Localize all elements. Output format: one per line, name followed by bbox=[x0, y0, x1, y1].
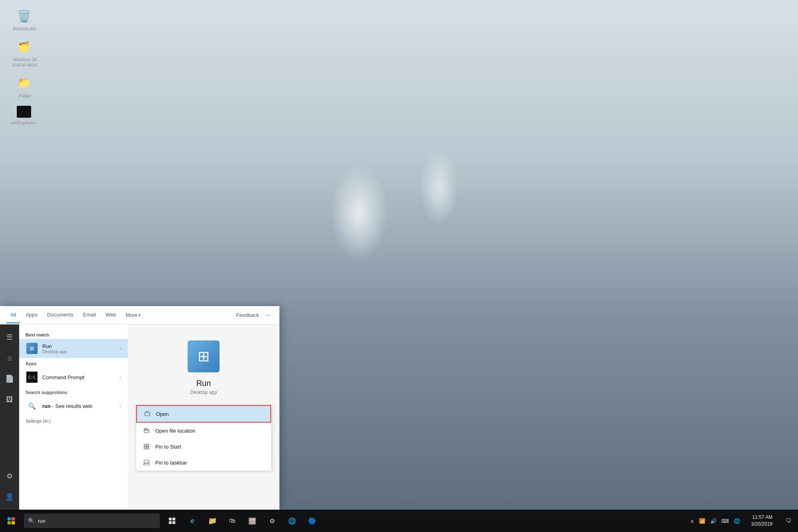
context-menu: Open Open file location bbox=[136, 405, 271, 471]
tab-feedback[interactable]: Feedback bbox=[232, 307, 263, 323]
cmd-title: Command Prompt bbox=[42, 374, 119, 380]
open-file-location-icon bbox=[143, 427, 150, 435]
settings-button[interactable]: ⚙ bbox=[263, 510, 282, 532]
tab-email[interactable]: Email bbox=[79, 307, 100, 323]
more-options-icon[interactable]: ··· bbox=[263, 312, 273, 319]
svg-rect-2 bbox=[144, 444, 146, 446]
windows-store-button[interactable]: 🪟 bbox=[243, 510, 262, 532]
run-app-icon: ⊞ bbox=[26, 342, 38, 355]
sidebar-home[interactable]: ⌂ bbox=[0, 348, 19, 368]
open-label: Open bbox=[156, 411, 169, 417]
chevron-down-icon: ▾ bbox=[139, 313, 141, 317]
result-run-web[interactable]: 🔍 run - See results web › bbox=[19, 396, 128, 415]
search-content: ☰ ⌂ 📄 🖼 ⚙ 👤 Best match ⊞ bbox=[0, 324, 279, 510]
results-list: Best match ⊞ Run Desktop app › Apps bbox=[19, 324, 128, 510]
folder-label: Folder bbox=[18, 93, 30, 98]
sidebar-power[interactable]: 👤 bbox=[0, 487, 19, 506]
volume-icon[interactable]: 🔊 bbox=[709, 517, 718, 525]
open-icon bbox=[143, 410, 151, 418]
tab-web[interactable]: Web bbox=[101, 307, 120, 323]
pin-to-taskbar-label: Pin to taskbar bbox=[155, 460, 187, 466]
windows10-startup-label: Windows 10 startup delay bbox=[8, 56, 40, 67]
taskbar-clock[interactable]: 11:57 AM 3/20/2019 bbox=[745, 514, 779, 528]
svg-rect-1 bbox=[144, 429, 149, 433]
svg-rect-7 bbox=[144, 460, 149, 463]
svg-rect-0 bbox=[145, 412, 150, 416]
start-button[interactable] bbox=[0, 510, 22, 532]
task-view-button[interactable] bbox=[163, 510, 182, 532]
settings-section-header: Settings (4+) bbox=[19, 415, 128, 425]
file-explorer-button[interactable]: 📁 bbox=[203, 510, 222, 532]
context-pin-to-taskbar[interactable]: Pin to taskbar bbox=[136, 455, 271, 471]
run-dash: - See results web bbox=[52, 403, 92, 409]
extra-button[interactable]: 🔵 bbox=[303, 510, 322, 532]
result-run[interactable]: ⊞ Run Desktop app › bbox=[19, 339, 128, 358]
svg-rect-5 bbox=[147, 447, 149, 449]
taskbar: 🔍 e 📁 🛍 🪟 ⚙ 🌐 🔵 ∧ 📶 bbox=[0, 510, 798, 532]
run-web-title: run - See results web bbox=[42, 403, 92, 409]
svg-rect-10 bbox=[8, 521, 11, 524]
apps-section-header: Apps bbox=[19, 358, 128, 368]
notifications-button[interactable]: 🗨 bbox=[779, 510, 798, 532]
svg-rect-13 bbox=[172, 518, 175, 520]
keyboard-icon[interactable]: 🌐 bbox=[732, 517, 742, 525]
taskbar-search-input[interactable] bbox=[38, 518, 156, 524]
settingssafe-icon[interactable]: settingssafe... bbox=[8, 106, 40, 125]
svg-rect-8 bbox=[8, 517, 11, 520]
clock-time: 11:57 AM bbox=[752, 514, 772, 521]
svg-rect-15 bbox=[172, 521, 175, 524]
desktop-icons: 🗑️ Recycle Bin 🗂️ Windows 10 startup del… bbox=[0, 0, 48, 133]
settingssafe-image bbox=[17, 106, 31, 118]
run-large-icon: ⊞ bbox=[188, 340, 220, 372]
desktop: 🗑️ Recycle Bin 🗂️ Windows 10 startup del… bbox=[0, 0, 798, 532]
windows10-startup-icon[interactable]: 🗂️ Windows 10 startup delay bbox=[8, 39, 40, 67]
tab-all[interactable]: All bbox=[6, 307, 20, 323]
svg-rect-3 bbox=[147, 444, 149, 446]
network-icon[interactable]: 📶 bbox=[697, 517, 707, 525]
context-open-file-location[interactable]: Open file location bbox=[136, 423, 271, 439]
edge-button[interactable]: e bbox=[183, 510, 202, 532]
run-arrow-icon: › bbox=[119, 345, 121, 352]
tab-more-label: More bbox=[126, 312, 138, 318]
taskbar-apps: e 📁 🛍 🪟 ⚙ 🌐 🔵 bbox=[163, 510, 322, 532]
sidebar-hamburger[interactable]: ☰ bbox=[0, 328, 19, 347]
recycle-bin-label: Recycle Bin bbox=[12, 26, 36, 31]
folder-image: 📁 bbox=[16, 75, 32, 91]
taskbar-search-icon: 🔍 bbox=[28, 518, 35, 524]
cmd-result-text: Command Prompt bbox=[42, 374, 119, 380]
sidebar-documents[interactable]: 📄 bbox=[0, 369, 19, 388]
tab-apps[interactable]: Apps bbox=[22, 307, 42, 323]
run-subtitle: Desktop app bbox=[42, 349, 119, 354]
tab-more[interactable]: More ▾ bbox=[122, 307, 145, 323]
result-command-prompt[interactable]: C:\ Command Prompt › bbox=[19, 368, 128, 387]
run-highlight: run bbox=[42, 403, 51, 409]
sidebar-settings[interactable]: ⚙ bbox=[0, 467, 19, 486]
context-open[interactable]: Open bbox=[136, 405, 271, 423]
svg-rect-14 bbox=[169, 521, 172, 524]
sidebar-photos[interactable]: 🖼 bbox=[0, 390, 19, 409]
search-suggestion-icon: 🔍 bbox=[26, 399, 38, 412]
store-button[interactable]: 🛍 bbox=[223, 510, 242, 532]
settingssafe-label: settingssafe... bbox=[10, 119, 38, 125]
svg-rect-9 bbox=[12, 517, 15, 520]
tab-documents[interactable]: Documents bbox=[43, 307, 77, 323]
taskbar-right: ∧ 📶 🔊 ⌨ 🌐 11:57 AM 3/20/2019 🗨 bbox=[685, 510, 798, 532]
open-file-location-label: Open file location bbox=[155, 428, 195, 434]
cmd-icon: C:\ bbox=[26, 371, 38, 384]
best-match-header: Best match bbox=[19, 329, 128, 339]
recycle-bin-icon[interactable]: 🗑️ Recycle Bin bbox=[8, 8, 40, 31]
search-panel: All Apps Documents Email Web More ▾ Feed… bbox=[0, 306, 279, 510]
tray-arrow-icon[interactable]: ∧ bbox=[689, 517, 696, 525]
chrome-button[interactable]: 🌐 bbox=[283, 510, 302, 532]
context-pin-to-start[interactable]: Pin to Start bbox=[136, 439, 271, 455]
recycle-bin-image: 🗑️ bbox=[16, 8, 32, 24]
folder-icon[interactable]: 📁 Folder bbox=[8, 75, 40, 98]
run-app-name: Run bbox=[196, 379, 211, 388]
sidebar-nav: ☰ ⌂ 📄 🖼 ⚙ 👤 bbox=[0, 324, 19, 510]
run-web-text: run - See results web bbox=[42, 402, 119, 409]
svg-rect-12 bbox=[169, 518, 172, 520]
svg-rect-11 bbox=[12, 521, 15, 524]
svg-rect-4 bbox=[144, 447, 146, 449]
battery-icon[interactable]: ⌨ bbox=[720, 517, 731, 525]
taskbar-search-box[interactable]: 🔍 bbox=[24, 514, 160, 528]
